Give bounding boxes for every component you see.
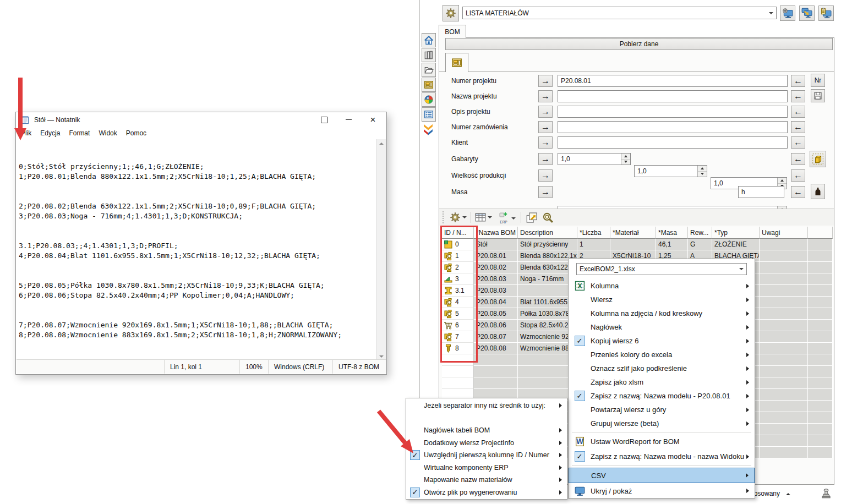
tab-report[interactable] [445,53,468,72]
row-id-cell[interactable]: 0 [442,239,474,250]
pull-value-button[interactable]: ← [791,136,805,149]
view-combo[interactable]: LISTA MATERIAŁÓW [462,7,777,19]
menu-item-wiersz[interactable]: Wiersz [569,293,755,306]
gabaryt-x-stepper[interactable]: 1,0 [558,153,631,165]
row-id-cell[interactable]: 4 [442,297,474,308]
menu-item-csv[interactable]: CSV [569,468,755,483]
cell[interactable] [760,377,808,389]
cell[interactable] [808,331,833,343]
pull-value-button[interactable]: ← [791,75,805,87]
col-header[interactable]: *Typ [712,227,760,239]
checked-checkbox[interactable]: ✓ [575,336,585,346]
col-header[interactable]: Rew... [688,227,712,239]
cell[interactable] [760,320,808,331]
checked-checkbox[interactable]: ✓ [575,451,585,462]
col-header[interactable]: *Liczba [577,227,610,239]
pull-value-button[interactable]: ← [791,169,805,182]
menu-item-naglowek-tabeli[interactable]: Nagłówek tabeli BOM [406,424,567,437]
pull-value-button[interactable]: ← [791,186,805,198]
cell[interactable] [760,412,808,424]
menu-item-wordreport[interactable]: Ustaw WordReport for BOM [569,434,755,449]
table-settings-button[interactable] [450,212,467,223]
menu-item-kolumna-zdjecia[interactable]: Kolumna na zdjęcia / kod kreskowy [569,306,755,320]
pull-value-button[interactable]: ← [791,121,805,133]
cell[interactable] [760,297,808,308]
sync-monitors-button[interactable] [799,6,815,21]
cell[interactable] [808,239,833,250]
menu-item-zapisz-nazwa-widoku[interactable]: ✓ Zapisz z nazwą: Nazwa modelu - nazwa W… [569,449,755,464]
pull-value-button[interactable]: ← [791,90,805,102]
table-row[interactable]: 0 Stół Stół przyścienny 1 46,1 G ZŁOŻENI… [442,239,833,250]
row-id-cell[interactable]: 5 [442,308,474,320]
cell[interactable]: P20.08.02 [474,262,518,273]
nazwa-projektu-input[interactable] [558,90,788,102]
opis-projektu-input[interactable] [558,106,788,118]
save-button[interactable] [811,89,825,102]
cell[interactable]: P20.08.05 [474,308,518,320]
row-id-cell[interactable]: 3 [442,273,474,285]
cell[interactable] [808,343,833,354]
bounding-box-button[interactable] [810,151,826,167]
cell[interactable] [760,447,808,458]
cell[interactable] [760,366,808,377]
minimize-button[interactable] [336,112,361,127]
col-header[interactable]: *Masa [656,227,688,239]
cell[interactable] [760,285,808,297]
nr-button[interactable]: Nr [811,74,825,87]
maximize-button[interactable] [312,112,336,127]
cell[interactable]: 1 [577,239,610,250]
pull-value-button[interactable]: ← [791,153,805,165]
preview-button[interactable] [542,212,554,223]
menu-item-przenies-kolory[interactable]: Przenieś kolory do excela [569,348,755,361]
excel-file-combo[interactable]: ExcelBOM2_1.xlsx [576,263,747,275]
menu-item-zapisz-xlsm[interactable]: Zapisz jako xlsm [569,375,755,389]
menu-item-mapowanie[interactable]: Mapowanie nazw materiałów [406,474,567,486]
numer-projektu-input[interactable]: P20.08.01 [558,75,788,87]
export-button[interactable] [526,212,538,223]
cell[interactable] [474,366,518,377]
row-id-cell[interactable]: 7 [442,331,474,343]
list-view-button[interactable] [422,107,436,122]
cell[interactable] [760,401,808,412]
cell[interactable] [808,389,833,401]
settings-button[interactable] [443,5,459,21]
render-button[interactable] [422,92,436,107]
menu-item-grupuj-wiersze[interactable]: Grupuj wiersze (beta) [569,417,755,430]
row-id-cell[interactable]: 2 [442,262,474,273]
cell[interactable] [808,273,833,285]
push-value-button[interactable]: → [538,75,553,87]
cell[interactable] [760,343,808,354]
report-to-monitor-button[interactable] [818,6,834,21]
cell[interactable] [760,354,808,366]
cell[interactable]: G [688,239,712,250]
gabaryt-y-stepper[interactable]: 1,0 [634,165,707,177]
send-to-monitor-button[interactable] [780,6,795,21]
push-value-button[interactable]: → [538,90,553,102]
cell[interactable]: P20.08.06 [474,320,518,331]
notepad-text-area[interactable]: 0;Stół;Stół przyścienny;1;;46,1;G;ZŁOŻEN… [17,139,386,361]
spin-up[interactable] [698,166,707,172]
erp-add-button[interactable]: ERP [498,211,516,223]
row-id-cell[interactable] [442,377,474,389]
cell[interactable]: Stół [474,239,518,250]
row-id-cell[interactable]: 8 [442,343,474,354]
cell[interactable] [760,239,808,250]
notepad-titlebar[interactable]: Stół — Notatnik × [16,112,386,127]
menu-item-projectinfo[interactable]: Dodatkowy wiersz ProjectInfo [406,437,567,450]
cell[interactable] [760,262,808,273]
table-view-button[interactable] [475,212,492,223]
cell[interactable] [808,377,833,389]
cell[interactable] [808,412,833,424]
menu-item-kolumna[interactable]: Kolumna [569,279,755,293]
menu-item-kopiuj-wiersz[interactable]: ✓ Kopiuj wiersz 6 [569,334,755,348]
scrollbar[interactable] [376,139,386,361]
row-id-cell[interactable]: 1 [442,250,474,262]
spin-up[interactable] [621,154,630,160]
cell[interactable]: P20.08.01 [474,250,518,262]
collapse-chevrons-button[interactable] [423,123,434,138]
menu-item-oznacz-szlif[interactable]: Oznacz szlif jako podkreślenie [569,361,755,375]
cell[interactable] [808,320,833,331]
spin-down[interactable] [621,160,630,165]
push-value-button[interactable]: → [538,106,553,118]
home-button[interactable] [422,33,436,47]
